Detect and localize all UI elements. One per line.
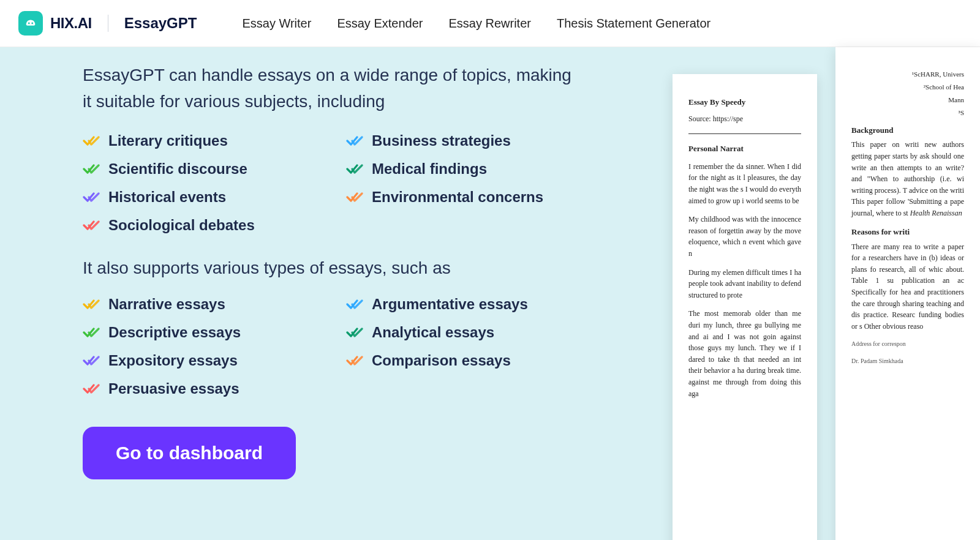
nav-essay-rewriter[interactable]: Essay Rewriter bbox=[448, 17, 530, 31]
doc1-source: Source: https://spe bbox=[688, 113, 801, 125]
doc2-p2: There are many rea to write a paper for … bbox=[851, 241, 964, 332]
double-check-icon bbox=[83, 298, 100, 310]
type-right-0: Argumentative essays bbox=[346, 296, 609, 313]
types-col-left: Narrative essaysDescriptive essaysExposi… bbox=[83, 296, 346, 397]
intro-text-1: EssayGPT can handle essays on a wide ran… bbox=[83, 62, 573, 115]
logo-icon bbox=[18, 11, 43, 36]
double-check-icon bbox=[83, 191, 100, 203]
doc1-p3: During my elemen difficult times I ha pe… bbox=[688, 267, 801, 301]
topic-right-label-2: Environmental concerns bbox=[372, 189, 543, 206]
topic-right-0: Business strategies bbox=[346, 132, 609, 149]
type-left-3: Persuasive essays bbox=[83, 380, 346, 397]
intro-text-2: It also supports various types of essays… bbox=[83, 255, 662, 281]
topic-right-label-1: Medical findings bbox=[372, 160, 487, 178]
topics-col-right: Business strategiesMedical findingsEnvir… bbox=[346, 132, 609, 234]
type-left-label-0: Narrative essays bbox=[108, 296, 225, 313]
doc1-title: Essay By Speedy bbox=[688, 96, 801, 108]
doc2-small1: Address for correspon bbox=[851, 339, 964, 349]
type-left-1: Descriptive essays bbox=[83, 324, 346, 341]
topic-left-label-3: Sociological debates bbox=[108, 217, 255, 234]
document-preview-1: Essay By Speedy Source: https://spe Pers… bbox=[673, 74, 817, 540]
double-check-icon bbox=[83, 163, 100, 175]
doc2-small2: Dr. Padam Simkhada bbox=[851, 356, 964, 366]
topic-right-2: Environmental concerns bbox=[346, 189, 609, 206]
double-check-icon bbox=[346, 163, 363, 175]
double-check-icon bbox=[83, 135, 100, 147]
type-left-label-2: Expository essays bbox=[108, 352, 238, 369]
topic-left-1: Scientific discourse bbox=[83, 160, 346, 178]
doc2-aff3: Mann bbox=[851, 95, 964, 105]
topic-left-label-0: Literary critiques bbox=[108, 132, 228, 149]
topics-columns: Literary critiquesScientific discourseHi… bbox=[83, 132, 662, 234]
type-right-2: Comparison essays bbox=[346, 352, 609, 369]
svg-point-1 bbox=[31, 23, 33, 24]
type-left-label-1: Descriptive essays bbox=[108, 324, 241, 341]
type-right-label-2: Comparison essays bbox=[372, 352, 511, 369]
double-check-icon bbox=[83, 383, 100, 395]
topic-left-label-1: Scientific discourse bbox=[108, 160, 247, 178]
double-check-icon bbox=[346, 191, 363, 203]
topic-left-3: Sociological debates bbox=[83, 217, 346, 234]
doc1-p4: The most memorab older than me duri my l… bbox=[688, 308, 801, 399]
double-check-icon bbox=[346, 354, 363, 367]
doc2-h2: Reasons for writi bbox=[851, 226, 964, 238]
document-preview-2: ¹ScHARR, Univers ²School of Hea Mann ³S … bbox=[835, 47, 980, 540]
brand-text: HIX.AI bbox=[50, 15, 92, 32]
go-to-dashboard-button[interactable]: Go to dashboard bbox=[83, 427, 296, 479]
doc2-aff4: ³S bbox=[851, 108, 964, 118]
type-left-2: Expository essays bbox=[83, 352, 346, 369]
product-name: EssayGPT bbox=[124, 15, 197, 32]
header: HIX.AI EssayGPT Essay Writer Essay Exten… bbox=[0, 0, 980, 47]
type-right-1: Analytical essays bbox=[346, 324, 609, 341]
type-right-label-1: Analytical essays bbox=[372, 324, 494, 341]
topic-left-label-2: Historical events bbox=[108, 189, 226, 206]
nav-essay-extender[interactable]: Essay Extender bbox=[337, 17, 423, 31]
topic-right-label-0: Business strategies bbox=[372, 132, 511, 149]
double-check-icon bbox=[346, 135, 363, 147]
doc2-aff1: ¹ScHARR, Univers bbox=[851, 69, 964, 80]
topic-left-0: Literary critiques bbox=[83, 132, 346, 149]
double-check-icon bbox=[346, 298, 363, 310]
doc2-h1: Background bbox=[851, 124, 964, 137]
hero-content: EssayGPT can handle essays on a wide ran… bbox=[0, 47, 662, 540]
hero-section: EssayGPT can handle essays on a wide ran… bbox=[0, 47, 980, 540]
divider bbox=[108, 15, 108, 32]
doc2-p1: This paper on writi new authors getting … bbox=[851, 139, 964, 219]
type-left-label-3: Persuasive essays bbox=[108, 380, 239, 397]
main-nav: Essay Writer Essay Extender Essay Rewrit… bbox=[242, 17, 710, 31]
double-check-icon bbox=[346, 326, 363, 339]
types-col-right: Argumentative essaysAnalytical essaysCom… bbox=[346, 296, 609, 397]
double-check-icon bbox=[83, 219, 100, 231]
doc2-aff2: ²School of Hea bbox=[851, 82, 964, 92]
doc1-p1: I remember the da sinner. When I did for… bbox=[688, 161, 801, 206]
type-left-0: Narrative essays bbox=[83, 296, 346, 313]
nav-thesis-generator[interactable]: Thesis Statement Generator bbox=[557, 17, 710, 31]
nav-essay-writer[interactable]: Essay Writer bbox=[242, 17, 311, 31]
topic-right-1: Medical findings bbox=[346, 160, 609, 178]
type-right-label-0: Argumentative essays bbox=[372, 296, 528, 313]
topics-col-left: Literary critiquesScientific discourseHi… bbox=[83, 132, 346, 234]
doc1-p2: My childhood was with the innocence reas… bbox=[688, 214, 801, 259]
logo-group[interactable]: HIX.AI EssayGPT bbox=[18, 11, 197, 36]
svg-point-0 bbox=[28, 23, 30, 24]
doc1-subtitle: Personal Narrat bbox=[688, 143, 801, 155]
double-check-icon bbox=[83, 354, 100, 367]
document-previews: Essay By Speedy Source: https://spe Pers… bbox=[673, 47, 980, 540]
topic-left-2: Historical events bbox=[83, 189, 346, 206]
double-check-icon bbox=[83, 326, 100, 339]
doc1-divider bbox=[688, 133, 801, 134]
types-columns: Narrative essaysDescriptive essaysExposi… bbox=[83, 296, 662, 397]
